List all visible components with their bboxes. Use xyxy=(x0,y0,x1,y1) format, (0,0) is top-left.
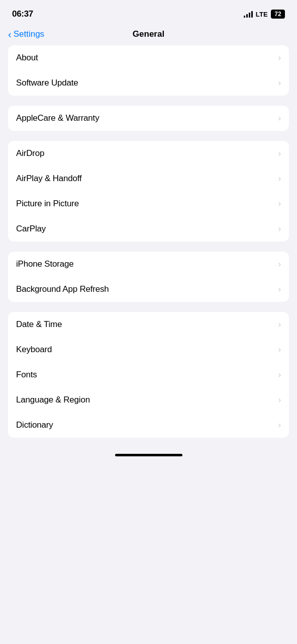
signal-icon xyxy=(244,11,253,18)
label-software-update: Software Update xyxy=(16,78,78,88)
section-section-connectivity: AirDrop›AirPlay & Handoff›Picture in Pic… xyxy=(8,141,289,242)
row-keyboard[interactable]: Keyboard› xyxy=(8,337,289,362)
battery-level: 72 xyxy=(271,10,285,19)
row-date-time[interactable]: Date & Time› xyxy=(8,312,289,337)
home-bar xyxy=(115,454,182,456)
label-carplay: CarPlay xyxy=(16,224,46,234)
chevron-right-icon: › xyxy=(278,285,281,294)
row-about[interactable]: About› xyxy=(8,45,289,70)
section-section-locale: Date & Time›Keyboard›Fonts›Language & Re… xyxy=(8,312,289,438)
row-picture-in-picture[interactable]: Picture in Picture› xyxy=(8,191,289,216)
label-applecare-warranty: AppleCare & Warranty xyxy=(16,113,99,123)
status-time: 06:37 xyxy=(12,9,33,19)
chevron-right-icon: › xyxy=(278,174,281,183)
label-date-time: Date & Time xyxy=(16,319,62,330)
chevron-right-icon: › xyxy=(278,199,281,208)
battery-indicator: 72 xyxy=(271,10,285,19)
section-section-applecare: AppleCare & Warranty› xyxy=(8,106,289,131)
status-icons: LTE 72 xyxy=(244,10,285,19)
row-iphone-storage[interactable]: iPhone Storage› xyxy=(8,252,289,277)
row-carplay[interactable]: CarPlay› xyxy=(8,216,289,242)
chevron-right-icon: › xyxy=(278,53,281,62)
label-dictionary: Dictionary xyxy=(16,420,53,430)
row-applecare-warranty[interactable]: AppleCare & Warranty› xyxy=(8,106,289,131)
row-airdrop[interactable]: AirDrop› xyxy=(8,141,289,166)
nav-bar: ‹ Settings General xyxy=(0,25,297,45)
back-button[interactable]: ‹ Settings xyxy=(8,29,44,39)
label-picture-in-picture: Picture in Picture xyxy=(16,199,79,209)
row-fonts[interactable]: Fonts› xyxy=(8,362,289,387)
section-section-storage: iPhone Storage›Background App Refresh› xyxy=(8,252,289,302)
row-software-update[interactable]: Software Update› xyxy=(8,70,289,96)
chevron-right-icon: › xyxy=(278,78,281,88)
settings-content: About›Software Update›AppleCare & Warran… xyxy=(0,45,297,438)
chevron-right-icon: › xyxy=(278,320,281,329)
chevron-right-icon: › xyxy=(278,114,281,123)
label-iphone-storage: iPhone Storage xyxy=(16,259,73,269)
row-background-app-refresh[interactable]: Background App Refresh› xyxy=(8,277,289,302)
label-fonts: Fonts xyxy=(16,370,37,380)
label-airplay-handoff: AirPlay & Handoff xyxy=(16,174,81,184)
chevron-right-icon: › xyxy=(278,345,281,354)
row-airplay-handoff[interactable]: AirPlay & Handoff› xyxy=(8,166,289,191)
row-dictionary[interactable]: Dictionary› xyxy=(8,413,289,438)
chevron-right-icon: › xyxy=(278,149,281,158)
chevron-right-icon: › xyxy=(278,370,281,379)
status-bar: 06:37 LTE 72 xyxy=(0,0,297,25)
chevron-right-icon: › xyxy=(278,421,281,430)
row-language-region[interactable]: Language & Region› xyxy=(8,387,289,413)
lte-label: LTE xyxy=(256,11,268,18)
chevron-right-icon: › xyxy=(278,224,281,233)
chevron-right-icon: › xyxy=(278,260,281,269)
label-keyboard: Keyboard xyxy=(16,345,52,355)
chevron-right-icon: › xyxy=(278,395,281,405)
label-airdrop: AirDrop xyxy=(16,148,44,158)
section-section-about-update: About›Software Update› xyxy=(8,45,289,96)
home-indicator xyxy=(0,448,297,460)
label-about: About xyxy=(16,53,38,63)
label-language-region: Language & Region xyxy=(16,395,90,405)
label-background-app-refresh: Background App Refresh xyxy=(16,284,109,294)
back-chevron-icon: ‹ xyxy=(8,29,12,39)
back-label: Settings xyxy=(14,29,44,39)
page-title: General xyxy=(133,29,164,39)
